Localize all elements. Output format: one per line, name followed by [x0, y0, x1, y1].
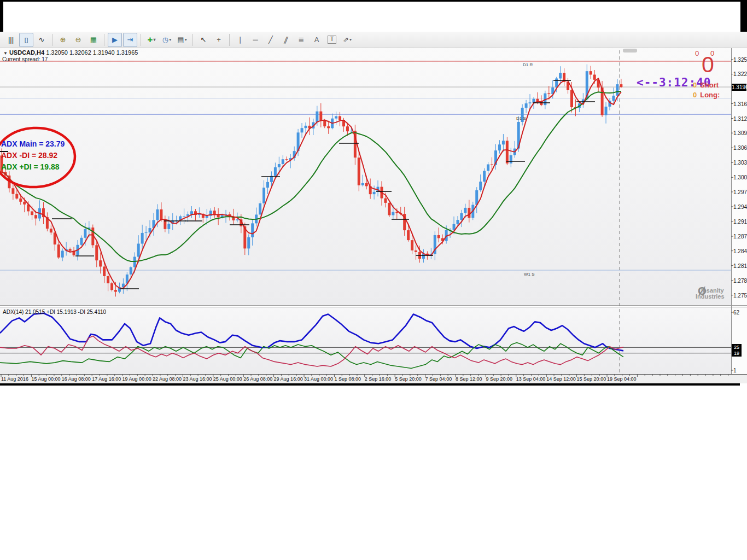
- time-axis-label: 11 Aug 2016: [1, 376, 28, 382]
- price-axis-label: 1.28160: [733, 263, 747, 269]
- indicator-level-box: 19: [732, 350, 742, 357]
- price-axis-label: 1.30670: [733, 145, 747, 151]
- short-label: Short: [700, 81, 719, 89]
- counter-left: 0: [695, 49, 699, 57]
- mt4-window: { "window": { "title_symbol": "USDCAD,H4…: [0, 0, 747, 560]
- time-axis-label: 22 Aug 08:00: [153, 376, 182, 382]
- price-axis-label: 1.30040: [733, 174, 747, 180]
- time-axis-label: 17 Aug 16:00: [92, 376, 121, 382]
- price-axis-label: 1.30985: [733, 130, 747, 136]
- time-axis-label: 26 Aug 08:00: [243, 376, 272, 382]
- time-axis-label: 23 Aug 16:00: [183, 376, 212, 382]
- symbol-name: USDCAD,H4: [9, 49, 44, 56]
- broker-watermark: Ø Insanity Industries: [693, 288, 737, 300]
- price-axis-label: 1.29100: [733, 219, 747, 225]
- indicator-axis-label: 62: [733, 310, 739, 316]
- level-label-d1r: D1 R: [523, 62, 533, 67]
- current-price-box: 1.31965: [732, 84, 746, 91]
- time-axis-label: 25 Aug 00:00: [213, 376, 242, 382]
- time-axis-label: 19 Aug 00:00: [122, 376, 151, 382]
- price-axis-label: 1.32550: [733, 57, 747, 63]
- time-axis-label: 7 Sep 04:00: [425, 376, 452, 382]
- time-axis-label: 9 Sep 20:00: [486, 376, 512, 382]
- indicator-axis-label: 1: [733, 368, 737, 374]
- indicator-name-label: ADX(14) 21.0515 +DI 15.1913 -DI 25.4110: [3, 309, 106, 315]
- price-axis-label: 1.27530: [733, 293, 747, 299]
- watermark-logo-icon: Ø: [698, 288, 707, 294]
- adx-plus-di-annotation: ADX +DI = 19.88: [1, 162, 60, 171]
- chart-canvas: [0, 0, 747, 560]
- plus-di-line: [0, 343, 623, 369]
- long-label: Long:: [700, 91, 720, 99]
- price-axis-label: 1.31610: [733, 101, 747, 107]
- big-counter: 0: [702, 54, 714, 76]
- time-axis-label: 2 Sep 16:00: [365, 376, 392, 382]
- time-axis-label: 31 Aug 00:00: [304, 376, 333, 382]
- price-axis-label: 1.29730: [733, 189, 747, 195]
- time-axis-label: 16 Aug 08:00: [62, 376, 91, 382]
- price-axis-label: 1.32240: [733, 71, 747, 77]
- short-row: 0Short: [693, 81, 719, 89]
- long-row: 0Long:: [693, 91, 720, 99]
- price-axis-label: 1.31295: [733, 116, 747, 122]
- time-axis-label: 15 Aug 00:00: [31, 376, 60, 382]
- time-axis-label: 13 Sep 04:00: [516, 376, 546, 382]
- price-axis-label: 1.29415: [733, 204, 747, 210]
- chevron-down-icon[interactable]: ▼: [3, 51, 8, 56]
- short-count: 0: [693, 81, 697, 89]
- adx-minus-di-annotation: ADX -DI = 28.92: [1, 151, 57, 160]
- chart-title: ▼USDCAD,H4 1.32050 1.32062 1.31940 1.319…: [3, 49, 138, 56]
- time-axis-label: 19 Sep 04:00: [607, 376, 637, 382]
- level-label-d1s: D1 S: [516, 116, 526, 121]
- minus-di-line: [0, 336, 623, 366]
- price-axis-label: 1.30355: [733, 160, 747, 166]
- time-axis-label: 14 Sep 12:00: [546, 376, 576, 382]
- long-count: 0: [693, 91, 697, 99]
- time-axis-label: 8 Sep 12:00: [456, 376, 482, 382]
- adx-main-annotation: ADX Main = 23.79: [1, 139, 65, 148]
- time-axis-label: 5 Sep 20:00: [395, 376, 422, 382]
- time-axis-label: 15 Sep 20:00: [577, 376, 606, 382]
- price-axis-label: 1.28785: [733, 234, 747, 240]
- time-axis-label: 1 Sep 08:00: [334, 376, 361, 382]
- price-axis-label: 1.27845: [733, 278, 747, 284]
- price-axis-label: 1.28475: [733, 248, 747, 254]
- ohlc-values: 1.32050 1.32062 1.31940 1.31965: [46, 49, 138, 56]
- level-label-w1s: W1 S: [524, 272, 535, 277]
- time-axis-label: 29 Aug 16:00: [274, 376, 303, 382]
- spread-label: Current spread: 17: [2, 56, 48, 62]
